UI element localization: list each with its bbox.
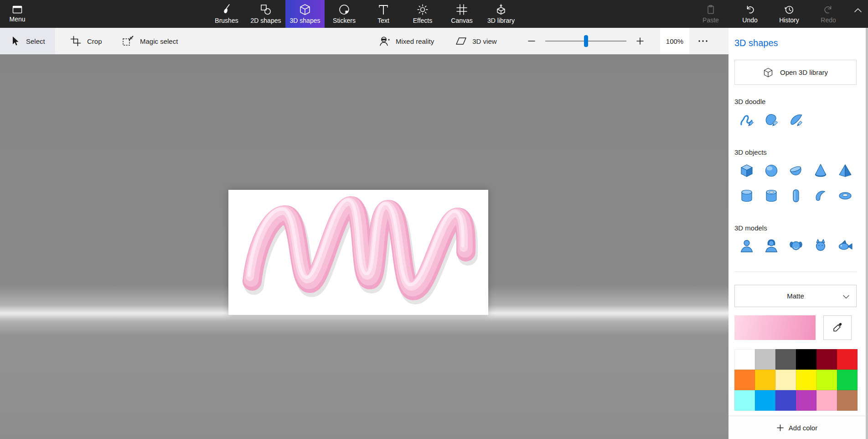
tab-3d-shapes[interactable]: 3D shapes — [285, 0, 325, 28]
action-label: Undo — [742, 16, 757, 24]
curved-pipe-icon[interactable] — [813, 188, 828, 204]
canvas-icon — [456, 4, 468, 16]
color-swatch-2-0[interactable] — [734, 390, 755, 411]
3d-shapes-panel: 3D shapes Open 3D library 3D doodle — [728, 28, 868, 439]
section-label-3d-objects: 3D objects — [734, 148, 767, 156]
redo-button[interactable]: Redo — [809, 0, 848, 28]
tool-label: Crop — [87, 37, 102, 45]
zoom-controls: 100% — [524, 28, 711, 54]
magic-select-tool-button[interactable]: Magic select — [115, 28, 185, 54]
more-options-button[interactable] — [695, 28, 711, 54]
color-swatch-1-2[interactable] — [775, 370, 796, 390]
tab-stickers[interactable]: Stickers — [325, 0, 364, 28]
pyramid-icon[interactable] — [837, 163, 853, 178]
color-swatch-0-2[interactable] — [775, 349, 796, 370]
finish-dropdown[interactable]: Matte — [734, 285, 857, 307]
doughnut-icon[interactable] — [837, 188, 853, 204]
tab-label: Canvas — [451, 17, 472, 24]
section-label-3d-doodle: 3D doodle — [734, 98, 765, 105]
color-swatch-0-5[interactable] — [837, 349, 858, 370]
fish-icon[interactable] — [837, 238, 853, 254]
cube-icon[interactable] — [739, 163, 754, 178]
paste-button[interactable]: Paste — [691, 0, 730, 28]
tool-label: Magic select — [140, 37, 178, 45]
3d-objects-row-1 — [739, 163, 853, 178]
tab-text[interactable]: Text — [364, 0, 403, 28]
zoom-in-button[interactable] — [633, 28, 647, 54]
color-swatch-2-1[interactable] — [755, 390, 775, 411]
stickers-icon — [338, 4, 350, 16]
ribbon-actions: Paste Undo History — [691, 0, 848, 28]
sharp-edge-doodle-icon[interactable] — [739, 112, 754, 128]
text-icon — [377, 4, 389, 16]
tube-doodle-icon[interactable] — [788, 112, 804, 128]
cylinder-icon[interactable] — [739, 188, 754, 204]
tab-label: Effects — [413, 17, 433, 24]
paste-icon — [705, 4, 716, 15]
cat-icon[interactable] — [813, 238, 828, 254]
crop-tool-button[interactable]: Crop — [63, 28, 109, 54]
color-swatch-1-0[interactable] — [734, 370, 755, 390]
open-3d-library-button[interactable]: Open 3D library — [734, 60, 857, 85]
color-swatch-2-5[interactable] — [837, 390, 858, 411]
panel-scrollbar-thumb[interactable] — [866, 28, 868, 439]
sphere-icon[interactable] — [764, 163, 779, 178]
zoom-slider[interactable] — [545, 28, 626, 54]
cone-icon[interactable] — [813, 163, 828, 178]
main-area: Select Crop M — [0, 28, 868, 439]
hemisphere-icon[interactable] — [788, 163, 804, 178]
tab-brushes[interactable]: Brushes — [207, 0, 246, 28]
view-label: 3D view — [472, 37, 496, 45]
tab-label: 2D shapes — [251, 17, 281, 24]
tab-effects[interactable]: Effects — [403, 0, 442, 28]
color-swatch-1-1[interactable] — [755, 370, 775, 390]
soft-edge-doodle-icon[interactable] — [764, 112, 779, 128]
mixed-reality-button[interactable]: Mixed reality — [379, 28, 434, 54]
undo-button[interactable]: Undo — [730, 0, 770, 28]
undo-icon — [744, 4, 755, 15]
3d-view-button[interactable]: 3D view — [455, 28, 496, 54]
zoom-level[interactable]: 100% — [660, 28, 689, 54]
tab-2d-shapes[interactable]: 2D shapes — [246, 0, 285, 28]
color-swatch-1-5[interactable] — [837, 370, 858, 390]
2d-shapes-icon — [260, 4, 272, 16]
drawing-canvas[interactable] — [228, 190, 488, 315]
add-icon — [777, 424, 784, 431]
man-icon[interactable] — [739, 238, 754, 254]
color-swatch-1-4[interactable] — [816, 370, 837, 390]
tube-icon[interactable] — [764, 188, 779, 204]
select-tool-button[interactable]: Select — [0, 28, 55, 54]
color-swatch-0-1[interactable] — [755, 349, 775, 370]
color-swatch-2-3[interactable] — [796, 390, 816, 411]
capsule-icon[interactable] — [788, 188, 804, 204]
action-label: Redo — [821, 16, 836, 24]
3d-objects-row-2 — [739, 188, 853, 204]
add-color-button[interactable]: Add color — [728, 416, 866, 439]
color-swatch-0-4[interactable] — [816, 349, 837, 370]
color-swatch-1-3[interactable] — [796, 370, 816, 390]
tab-canvas[interactable]: Canvas — [442, 0, 481, 28]
color-swatch-0-0[interactable] — [734, 349, 755, 370]
eyedropper-button[interactable] — [823, 315, 852, 340]
tab-3d-library[interactable]: 3D library — [481, 0, 521, 28]
pink-3d-doodle — [228, 190, 488, 315]
color-swatch-2-4[interactable] — [816, 390, 837, 411]
collapse-ribbon-button[interactable] — [852, 4, 864, 16]
add-color-label: Add color — [789, 424, 817, 432]
zoom-out-button[interactable] — [524, 28, 539, 54]
woman-icon[interactable] — [764, 238, 779, 254]
color-swatch-0-3[interactable] — [796, 349, 816, 370]
tab-label: Stickers — [333, 17, 356, 24]
view-buttons: Mixed reality 3D view — [379, 28, 497, 54]
history-button[interactable]: History — [770, 0, 809, 28]
menu-button[interactable]: Menu — [5, 0, 30, 28]
menu-icon — [12, 5, 22, 14]
top-bar: Menu Brushes 2D shapes 3D shapes — [0, 0, 868, 28]
zoom-slider-thumb[interactable] — [584, 35, 588, 47]
color-swatch-2-2[interactable] — [775, 390, 796, 411]
section-label-3d-models: 3D models — [734, 224, 767, 232]
3d-view-icon — [455, 36, 467, 47]
panel-scrollbar[interactable] — [866, 28, 868, 439]
current-color-swatch[interactable] — [734, 315, 816, 340]
dog-icon[interactable] — [788, 238, 804, 254]
